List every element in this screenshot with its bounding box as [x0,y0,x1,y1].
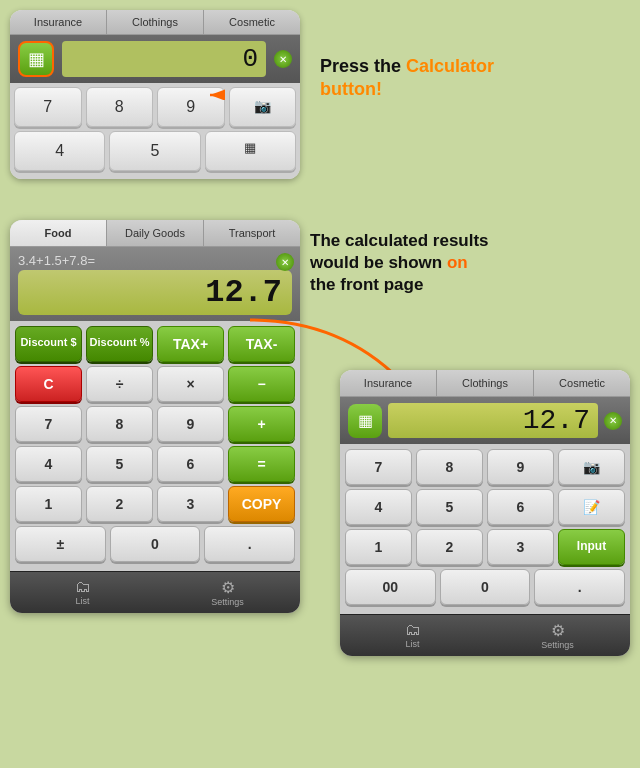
key-2-right[interactable]: 2 [416,529,483,565]
top-calc-display: ▦ 0 ✕ [10,35,300,83]
top-close-button[interactable]: ✕ [274,50,292,68]
top-tab-bar: Insurance Clothings Cosmetic [10,10,300,35]
key-multiply[interactable]: × [157,366,224,402]
nav-settings-right[interactable]: ⚙ Settings [485,615,630,656]
nav-list-right[interactable]: 🗂 List [340,615,485,656]
tab-daily-goods[interactable]: Daily Goods [107,220,204,246]
top-phone-screenshot: Insurance Clothings Cosmetic ▦ 0 ✕ 7 8 9… [10,10,300,179]
key-2-main[interactable]: 2 [86,486,153,522]
right-calc-display: ▦ 12.7 ✕ [340,397,630,444]
key-minus[interactable]: − [228,366,295,402]
key-clear[interactable]: C [15,366,82,402]
bottom-annotation-text: The calculated results would be shown on… [310,230,600,296]
key-plusminus[interactable]: ± [15,526,106,562]
key-grid[interactable]: ▦ [205,131,296,171]
key-copy[interactable]: COPY [228,486,295,522]
top-annotation: Press the Calculator button! [320,55,610,102]
key-1-main[interactable]: 1 [15,486,82,522]
annotation-button-word: button! [320,79,382,99]
right-tab-bar: Insurance Clothings Cosmetic [340,370,630,397]
key-8-right[interactable]: 8 [416,449,483,485]
main-bottom-nav: 🗂 List ⚙ Settings [10,571,300,613]
tab-cosmetic[interactable]: Cosmetic [204,10,300,34]
key-tax-minus[interactable]: TAX- [228,326,295,362]
key-input[interactable]: Input [558,529,625,565]
key-7-right[interactable]: 7 [345,449,412,485]
key-8-main[interactable]: 8 [86,406,153,442]
key-dot-right[interactable]: . [534,569,625,605]
key-9-main[interactable]: 9 [157,406,224,442]
tab-transport[interactable]: Transport [204,220,300,246]
tab-food[interactable]: Food [10,220,107,246]
key-00-right[interactable]: 00 [345,569,436,605]
main-calculator: Food Daily Goods Transport ✕ 3.4+1.5+7.8… [10,220,300,613]
tab-insurance-right[interactable]: Insurance [340,370,437,396]
calc-result-main: 12.7 [18,270,292,315]
calculator-button-top[interactable]: ▦ [18,41,54,77]
main-tab-bar: Food Daily Goods Transport [10,220,300,247]
key-0-right[interactable]: 0 [440,569,531,605]
key-dot-main[interactable]: . [204,526,295,562]
key-discount-dollar[interactable]: Discount $ [15,326,82,362]
top-keypad: 7 8 9 📷 4 5 ▦ [10,83,300,179]
tab-clothings[interactable]: Clothings [107,10,204,34]
top-annotation-text: Press the Calculator button! [320,55,610,102]
key-3-right[interactable]: 3 [487,529,554,565]
right-keypad: 7 8 9 📷 4 5 6 📝 1 2 3 Input 00 0 . [340,444,630,614]
key-7-main[interactable]: 7 [15,406,82,442]
key-3-main[interactable]: 3 [157,486,224,522]
key-0-main[interactable]: 0 [110,526,201,562]
key-4[interactable]: 4 [14,131,105,171]
tab-cosmetic-right[interactable]: Cosmetic [534,370,630,396]
nav-settings-main[interactable]: ⚙ Settings [155,572,300,613]
key-edit-right[interactable]: 📝 [558,489,625,525]
key-9-right[interactable]: 9 [487,449,554,485]
settings-icon-main: ⚙ [155,578,300,597]
settings-icon-right: ⚙ [485,621,630,640]
key-5[interactable]: 5 [109,131,200,171]
key-5-main[interactable]: 5 [86,446,153,482]
key-5-right[interactable]: 5 [416,489,483,525]
tab-clothings-right[interactable]: Clothings [437,370,534,396]
key-plus[interactable]: + [228,406,295,442]
key-discount-percent[interactable]: Discount % [86,326,153,362]
top-display-number: 0 [62,41,266,77]
bottom-annotation: The calculated results would be shown on… [310,230,600,296]
nav-list-main[interactable]: 🗂 List [10,572,155,613]
calc-expression: 3.4+1.5+7.8= [18,253,292,268]
key-camera-right[interactable]: 📷 [558,449,625,485]
tab-insurance[interactable]: Insurance [10,10,107,34]
key-camera[interactable]: 📷 [229,87,297,127]
key-tax-plus[interactable]: TAX+ [157,326,224,362]
top-arrow-svg [205,80,225,100]
list-icon-right: 🗂 [340,621,485,639]
calc-result-right: 12.7 [388,403,598,438]
key-8[interactable]: 8 [86,87,154,127]
key-4-right[interactable]: 4 [345,489,412,525]
key-1-right[interactable]: 1 [345,529,412,565]
right-calculator: Insurance Clothings Cosmetic ▦ 12.7 ✕ 7 … [340,370,630,656]
key-divide[interactable]: ÷ [86,366,153,402]
main-close-button[interactable]: ✕ [276,253,294,271]
main-keypad: Discount $ Discount % TAX+ TAX- C ÷ × − … [10,321,300,571]
key-equals[interactable]: = [228,446,295,482]
key-6-main[interactable]: 6 [157,446,224,482]
key-4-main[interactable]: 4 [15,446,82,482]
key-7[interactable]: 7 [14,87,82,127]
list-icon-main: 🗂 [10,578,155,596]
right-bottom-nav: 🗂 List ⚙ Settings [340,614,630,656]
calculator-icon-right[interactable]: ▦ [348,404,382,438]
right-close-button[interactable]: ✕ [604,412,622,430]
key-6-right[interactable]: 6 [487,489,554,525]
main-calc-display: ✕ 3.4+1.5+7.8= 12.7 [10,247,300,321]
